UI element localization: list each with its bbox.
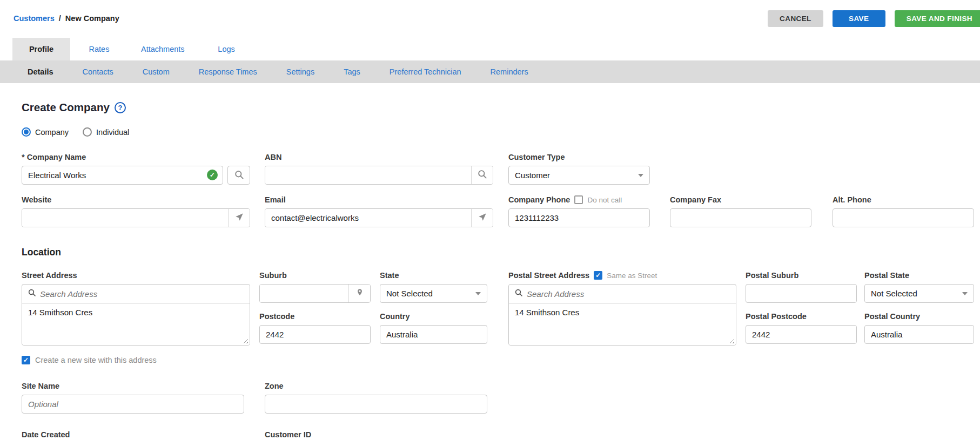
tab-attachments[interactable]: Attachments bbox=[128, 38, 198, 60]
postal-suburb-postcode-column: Postal Suburb Postal Postcode bbox=[746, 271, 857, 344]
radio-company-label: Company bbox=[35, 128, 69, 137]
company-phone-field: Company Phone Do not call bbox=[508, 195, 650, 227]
state-label: State bbox=[380, 271, 487, 280]
help-icon[interactable]: ? bbox=[115, 102, 126, 113]
site-name-field: Site Name bbox=[22, 382, 244, 414]
postal-street-address-textarea[interactable]: 14 Smithson Cres bbox=[509, 303, 736, 345]
postal-state-select[interactable]: Not Selected bbox=[864, 284, 974, 303]
same-as-street-label: Same as Street bbox=[607, 272, 657, 280]
abn-search-button[interactable] bbox=[471, 166, 493, 184]
street-address-textarea[interactable]: 14 Smithson Cres bbox=[22, 303, 250, 345]
subtab-details[interactable]: Details bbox=[13, 60, 68, 83]
subtab-response-times[interactable]: Response Times bbox=[184, 60, 272, 83]
do-not-call-checkbox[interactable] bbox=[574, 195, 583, 204]
alt-phone-input[interactable] bbox=[833, 208, 974, 227]
subtab-contacts[interactable]: Contacts bbox=[68, 60, 128, 83]
suburb-input[interactable] bbox=[260, 285, 348, 302]
email-input[interactable] bbox=[265, 209, 471, 227]
postal-state-country-column: Postal State Not Selected Postal Country bbox=[864, 271, 974, 344]
company-phone-input[interactable] bbox=[508, 208, 650, 227]
website-label: Website bbox=[22, 195, 250, 204]
suburb-map-button[interactable] bbox=[348, 285, 370, 302]
create-site-checkbox[interactable]: ✓ bbox=[22, 356, 30, 364]
entity-type-radio-group: Company Individual bbox=[22, 127, 980, 137]
company-fax-field: Company Fax bbox=[670, 195, 811, 227]
radio-company-control[interactable] bbox=[22, 127, 31, 137]
country-input[interactable] bbox=[380, 325, 487, 344]
state-select[interactable]: Not Selected bbox=[380, 284, 487, 303]
postal-suburb-input[interactable] bbox=[746, 284, 857, 303]
company-name-input[interactable] bbox=[22, 166, 223, 185]
state-value: Not Selected bbox=[386, 289, 433, 298]
postal-country-label: Postal Country bbox=[864, 312, 974, 321]
abn-label: ABN bbox=[265, 153, 493, 161]
subtab-tags[interactable]: Tags bbox=[329, 60, 375, 83]
postal-street-address-field: Postal Street Address ✓ Same as Street 1… bbox=[508, 271, 736, 346]
subtab-preferred-technician[interactable]: Preferred Technician bbox=[375, 60, 476, 83]
breadcrumb-customers-link[interactable]: Customers bbox=[14, 14, 55, 23]
tab-logs[interactable]: Logs bbox=[198, 38, 256, 60]
postal-postcode-label: Postal Postcode bbox=[746, 312, 857, 321]
radio-company[interactable]: Company bbox=[22, 127, 69, 137]
suburb-postcode-column: Suburb Postcode bbox=[259, 271, 371, 344]
same-as-street-checkbox[interactable]: ✓ bbox=[594, 271, 602, 280]
country-label: Country bbox=[380, 312, 487, 321]
header-actions: CANCEL SAVE SAVE AND FINISH bbox=[768, 10, 980, 27]
company-fax-input[interactable] bbox=[670, 208, 811, 227]
location-section-title: Location bbox=[22, 247, 980, 258]
website-field: Website bbox=[22, 195, 250, 227]
save-button[interactable]: SAVE bbox=[833, 10, 885, 27]
radio-individual[interactable]: Individual bbox=[83, 127, 129, 137]
street-address-field: Street Address 14 Smithson Cres bbox=[22, 271, 250, 346]
subtab-reminders[interactable]: Reminders bbox=[476, 60, 543, 83]
search-icon bbox=[234, 170, 244, 181]
breadcrumb-separator: / bbox=[57, 14, 63, 23]
navigate-arrow-icon bbox=[234, 212, 244, 224]
postal-state-label: Postal State bbox=[864, 271, 974, 280]
alt-phone-field: Alt. Phone bbox=[833, 195, 974, 227]
tab-profile[interactable]: Profile bbox=[12, 38, 70, 60]
page-header: Customers / New Company CANCEL SAVE SAVE… bbox=[0, 0, 980, 27]
zone-input[interactable] bbox=[265, 395, 487, 414]
cancel-button[interactable]: CANCEL bbox=[768, 10, 823, 27]
postal-suburb-label: Postal Suburb bbox=[746, 271, 857, 280]
postal-street-address-label: Postal Street Address bbox=[508, 271, 589, 280]
website-input[interactable] bbox=[22, 209, 228, 227]
create-site-row: ✓ Create a new site with this address bbox=[22, 356, 980, 364]
postal-country-input[interactable] bbox=[864, 325, 974, 344]
map-pin-icon bbox=[355, 288, 364, 299]
email-send-button[interactable] bbox=[471, 209, 493, 227]
email-field: Email bbox=[265, 195, 493, 227]
tab-rates[interactable]: Rates bbox=[70, 38, 128, 60]
do-not-call-label: Do not call bbox=[587, 196, 622, 204]
valid-check-icon: ✓ bbox=[207, 170, 218, 180]
search-icon bbox=[477, 169, 487, 181]
postcode-label: Postcode bbox=[259, 312, 371, 321]
customer-type-field: Customer Type Customer bbox=[508, 153, 650, 185]
search-icon bbox=[514, 288, 523, 299]
zone-label: Zone bbox=[265, 382, 487, 390]
save-and-finish-button[interactable]: SAVE AND FINISH bbox=[895, 10, 980, 27]
street-address-label: Street Address bbox=[22, 271, 250, 280]
customer-type-select[interactable]: Customer bbox=[508, 166, 650, 185]
company-name-search-button[interactable] bbox=[227, 166, 250, 185]
create-site-label: Create a new site with this address bbox=[35, 356, 157, 364]
subtab-settings[interactable]: Settings bbox=[272, 60, 329, 83]
postal-postcode-input[interactable] bbox=[746, 325, 857, 344]
postal-street-address-search-input[interactable] bbox=[527, 289, 730, 299]
postcode-input[interactable] bbox=[259, 325, 371, 344]
company-name-field: * Company Name ✓ bbox=[22, 153, 250, 185]
profile-subtabs: Details Contacts Custom Response Times S… bbox=[0, 60, 980, 83]
abn-input[interactable] bbox=[265, 166, 471, 184]
form-content: Create Company ? Company Individual * Co… bbox=[0, 101, 980, 440]
radio-individual-control[interactable] bbox=[83, 127, 92, 137]
company-phone-label: Company Phone bbox=[508, 195, 570, 204]
subtab-custom[interactable]: Custom bbox=[128, 60, 184, 83]
site-name-input[interactable] bbox=[22, 395, 244, 414]
state-country-column: State Not Selected Country bbox=[380, 271, 487, 344]
navigate-arrow-icon bbox=[478, 212, 487, 224]
street-address-search-input[interactable] bbox=[40, 289, 244, 299]
alt-phone-label: Alt. Phone bbox=[833, 195, 974, 204]
radio-individual-label: Individual bbox=[96, 128, 129, 137]
website-go-button[interactable] bbox=[228, 209, 250, 227]
